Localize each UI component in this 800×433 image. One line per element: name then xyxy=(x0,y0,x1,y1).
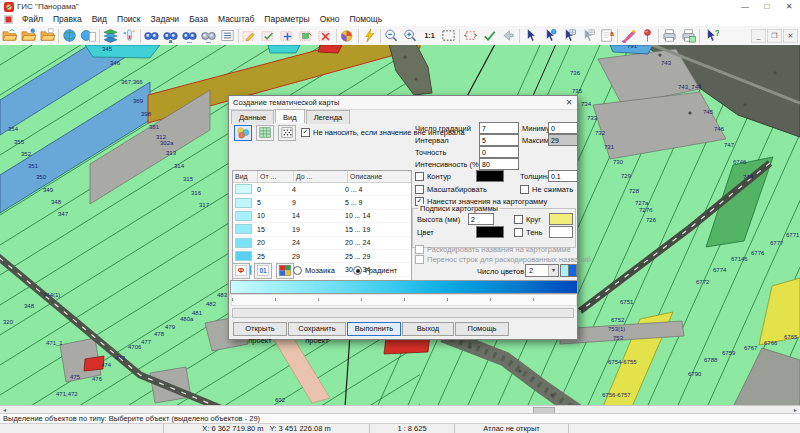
shadow-checkbox[interactable]: Тень xyxy=(514,228,542,237)
dialog-button-Открыть проект[interactable]: Открыть проект xyxy=(233,322,287,336)
mdi-close-button[interactable]: ✕ xyxy=(783,29,798,43)
mdi-restore-button[interactable]: ❐ xyxy=(767,29,782,43)
gradations-input[interactable] xyxy=(479,122,519,134)
style-3-button[interactable] xyxy=(276,263,294,279)
gradation-row[interactable]: 151915 ... 19 xyxy=(233,223,411,236)
open-map-button[interactable] xyxy=(0,27,19,44)
layer-list-button[interactable] xyxy=(101,27,120,44)
recent-maps-button[interactable] xyxy=(38,27,57,44)
search-by-name-button[interactable]: a xyxy=(161,27,180,44)
menu-item-Окно[interactable]: Окно xyxy=(315,14,345,24)
gradation-row[interactable]: 040 ... 4 xyxy=(233,183,411,196)
menu-item-Правка[interactable]: Правка xyxy=(48,14,87,24)
menu-item-Помощь[interactable]: Помощь xyxy=(344,14,387,24)
search-inactive-button[interactable]: ... xyxy=(199,27,218,44)
style-editor-button[interactable] xyxy=(619,27,638,44)
select-table-alt-button[interactable] xyxy=(578,27,597,44)
gradation-row[interactable]: 101410 ... 14 xyxy=(233,210,411,223)
scale-checkbox[interactable]: Масштабировать xyxy=(415,185,487,194)
no-compress-checkbox[interactable]: Не сжимать xyxy=(520,185,573,194)
placemark-button[interactable] xyxy=(638,27,657,44)
minimum-input[interactable] xyxy=(548,122,578,134)
menu-item-Задачи[interactable]: Задачи xyxy=(146,14,185,24)
label-color-swatch[interactable] xyxy=(476,226,504,238)
map-copy-button[interactable] xyxy=(79,27,98,44)
shadow-color-swatch[interactable] xyxy=(549,226,573,238)
gradient-preview-band[interactable] xyxy=(230,280,578,294)
gradation-row[interactable]: 252925 ... 29 xyxy=(233,250,411,263)
maximize-button[interactable]: □ xyxy=(756,1,778,12)
gradation-row[interactable]: 595 ... 9 xyxy=(233,196,411,209)
select-frame-button[interactable] xyxy=(439,27,458,44)
zoom-in-button[interactable] xyxy=(401,27,420,44)
minimize-button[interactable]: — xyxy=(734,1,756,12)
style-2-button[interactable]: 01 xyxy=(254,263,272,279)
map-composition-button[interactable] xyxy=(120,27,139,44)
object-list-button[interactable] xyxy=(218,27,237,44)
mdi-minimize-button[interactable]: _ xyxy=(751,29,766,43)
gradation-row[interactable]: 202420 ... 24 xyxy=(233,237,411,250)
accept-edit-button[interactable] xyxy=(259,27,278,44)
fast-draw-button[interactable] xyxy=(360,27,379,44)
fill-view-button[interactable] xyxy=(234,125,252,141)
select-table-button[interactable] xyxy=(559,27,578,44)
open-atlas-button[interactable] xyxy=(60,27,79,44)
svg-text:6752: 6752 xyxy=(611,317,625,323)
zoom-out-button[interactable] xyxy=(382,27,401,44)
circle-checkbox[interactable]: Круг xyxy=(514,215,541,224)
undo-arrow-icon xyxy=(500,28,517,43)
scale-cell[interactable]: 1 : 8 625 xyxy=(370,424,455,433)
color-swatch-2[interactable] xyxy=(568,264,577,277)
thickness-input[interactable] xyxy=(548,170,578,182)
apply-button[interactable] xyxy=(480,27,499,44)
precision-input[interactable] xyxy=(479,146,519,158)
dialog-button-Выход[interactable]: Выход xyxy=(402,322,454,336)
intensity-input[interactable] xyxy=(479,158,519,170)
contour-checkbox[interactable]: Контур xyxy=(415,172,451,181)
print-fragment-button[interactable] xyxy=(679,27,698,44)
combo-arrow-icon[interactable]: ▾ xyxy=(548,265,558,276)
thematic-chart-button[interactable] xyxy=(338,27,357,44)
move-fragment-button[interactable] xyxy=(461,27,480,44)
style-1-button[interactable]: Ф xyxy=(232,263,250,279)
menu-item-Параметры[interactable]: Параметры xyxy=(259,14,314,24)
dialog-button-Помощь[interactable]: Помощь xyxy=(455,322,509,336)
height-input[interactable] xyxy=(468,213,494,225)
add-object-button[interactable] xyxy=(278,27,297,44)
dialog-close-button[interactable]: ✕ xyxy=(561,97,577,109)
svg-text:316: 316 xyxy=(191,190,202,196)
menu-item-База[interactable]: База xyxy=(184,14,213,24)
menu-item-Поиск[interactable]: Поиск xyxy=(112,14,146,24)
gradient-radio[interactable]: Градиент xyxy=(353,266,397,275)
execute-button-Выполнить[interactable]: Выполнить xyxy=(347,322,401,336)
tab-Вид[interactable]: Вид xyxy=(275,109,305,123)
scale-1-1-button[interactable]: 1:1 xyxy=(420,27,439,44)
attributes-button[interactable]: a xyxy=(597,27,616,44)
tab-Легенда[interactable]: Легенда xyxy=(306,110,351,124)
edit-object-button[interactable] xyxy=(240,27,259,44)
open-data-button[interactable] xyxy=(19,27,38,44)
menu-item-Файл[interactable]: Файл xyxy=(17,14,48,24)
menu-item-Вид[interactable]: Вид xyxy=(87,14,112,24)
undo-button[interactable] xyxy=(499,27,518,44)
pattern-view-button[interactable] xyxy=(278,125,296,141)
search-button[interactable] xyxy=(142,27,161,44)
select-cursor-button[interactable] xyxy=(521,27,540,44)
tab-Данные[interactable]: Данные xyxy=(231,110,274,124)
delete-object-button[interactable] xyxy=(316,27,335,44)
contour-color-swatch[interactable] xyxy=(476,170,504,182)
print-button[interactable] xyxy=(660,27,679,44)
close-button[interactable]: ✕ xyxy=(778,1,800,12)
context-help-button[interactable]: ? xyxy=(701,27,720,44)
select-map-object-button[interactable] xyxy=(540,27,559,44)
circle-color-swatch[interactable] xyxy=(549,213,573,225)
search-list-button[interactable]: ... xyxy=(180,27,199,44)
interval-input[interactable] xyxy=(479,134,519,146)
mosaic-radio[interactable]: Мозаика xyxy=(293,266,335,275)
menu-item-Масштаб[interactable]: Масштаб xyxy=(213,14,259,24)
dialog-button-Сохранить проект[interactable]: Сохранить проект xyxy=(288,322,346,336)
hatch-view-button[interactable] xyxy=(256,125,274,141)
fill-object-button[interactable] xyxy=(297,27,316,44)
colors-count-select[interactable]: 2▾ xyxy=(525,264,559,277)
dialog-title-bar[interactable]: Создание тематической карты ✕ xyxy=(229,96,577,110)
